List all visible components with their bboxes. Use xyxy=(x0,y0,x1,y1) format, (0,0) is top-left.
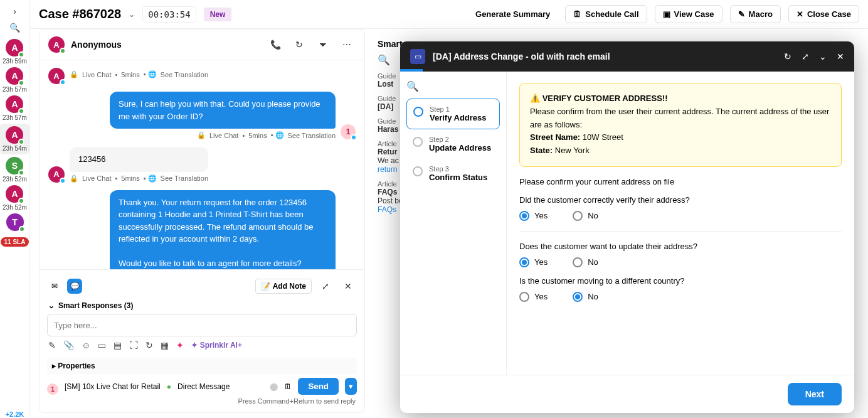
ai-badge-icon[interactable]: ✦ xyxy=(176,340,184,350)
rail-time: 23h 59m xyxy=(3,58,27,65)
refresh-icon[interactable]: ↻ xyxy=(146,340,153,350)
email-channel-tab[interactable]: ✉ xyxy=(47,279,62,294)
step-update-address[interactable]: Step 2Update Address xyxy=(406,129,500,159)
close-composer-icon[interactable]: ✕ xyxy=(339,277,357,295)
modal-title: [DA] Address Change - old with rach emai… xyxy=(433,51,610,62)
rail-item[interactable]: A23h 59m xyxy=(3,39,27,65)
sla-badge: 11 SLA xyxy=(1,237,29,247)
case-timer: 00:03:54 xyxy=(142,6,196,23)
search-icon[interactable]: 🔍 xyxy=(406,80,419,92)
schedule-icon[interactable]: 🗓 xyxy=(284,382,292,391)
expand-icon[interactable]: ⛶ xyxy=(129,340,138,350)
composer: ✉ 💬 📝 Add Note ⤢ ✕ ⌄Smart Responses (3) … xyxy=(40,269,364,412)
message-bubble: Sure, I can help you with that. Could yo… xyxy=(110,92,336,129)
more-icon[interactable]: ⋯ xyxy=(338,36,356,53)
rail-item[interactable]: A23h 57m xyxy=(3,67,27,93)
status-badge: New xyxy=(204,8,232,21)
message-meta: 🔒 Live Chat • 5mins • 🌐 See Translation xyxy=(70,70,356,78)
agent-avatar: 1 xyxy=(341,124,356,139)
refresh-icon[interactable]: ↻ xyxy=(784,51,791,62)
step-verify-address[interactable]: Step 1Verify Address xyxy=(406,99,500,129)
avatar: A xyxy=(6,126,23,144)
agent-avatar: 1 xyxy=(47,383,58,395)
close-case-button[interactable]: ✕Close Case xyxy=(788,5,859,23)
send-options-button[interactable]: ▾ xyxy=(345,378,357,395)
prompt-text: Please confirm your current address on f… xyxy=(519,177,842,186)
rail-item[interactable]: A23h 57m xyxy=(3,95,27,121)
attach-icon[interactable]: 📎 xyxy=(63,340,74,350)
participant-name: Anonymous xyxy=(71,40,122,50)
smart-responses-toggle[interactable]: ⌄Smart Responses (3) xyxy=(47,297,357,314)
message-out: Sure, I can help you with that. Could yo… xyxy=(48,92,356,139)
avatar: A xyxy=(6,67,23,85)
radio-no[interactable]: No xyxy=(573,211,598,221)
emoji-icon[interactable]: ☺ xyxy=(82,340,90,350)
macro-button[interactable]: ✎Macro xyxy=(730,5,781,23)
image-icon[interactable]: ▭ xyxy=(98,340,106,350)
radio-no[interactable]: No xyxy=(573,257,598,267)
close-icon[interactable]: ✕ xyxy=(837,51,844,62)
chat-panel: A Anonymous 📞 ↻ ⏷ ⋯ A 🔒 Live Chat • 5min… xyxy=(39,29,365,413)
search-icon[interactable]: 🔍 xyxy=(378,54,390,66)
rail-item[interactable]: T xyxy=(6,213,24,231)
send-hint: Press Command+Return to send reply xyxy=(47,395,357,407)
send-button[interactable]: Send xyxy=(298,378,339,395)
rail-time: 23h 54m xyxy=(3,145,27,152)
chat-body[interactable]: A 🔒 Live Chat • 5mins • 🌐 See Translatio… xyxy=(40,60,364,269)
expand-rail-icon[interactable]: › xyxy=(13,6,16,16)
avatar: T xyxy=(6,213,24,231)
rail-item[interactable]: A23h 52m xyxy=(3,185,27,211)
search-icon[interactable]: 🔍 xyxy=(9,23,20,33)
chat-channel-tab[interactable]: 💬 xyxy=(67,279,82,294)
add-note-button[interactable]: 📝 Add Note xyxy=(255,279,312,294)
message-in: A 🔒 Live Chat • 5mins • 🌐 See Translatio… xyxy=(48,68,356,84)
see-translation-link[interactable]: See Translation xyxy=(161,174,208,182)
send-row: 1 [SM] 10x Live Chat for Retail ● Direct… xyxy=(47,378,357,395)
see-translation-link[interactable]: See Translation xyxy=(161,71,208,78)
close-icon: ✕ xyxy=(797,9,803,19)
toggle-icon[interactable]: ⬤ xyxy=(270,382,278,391)
refresh-icon[interactable]: ↻ xyxy=(290,36,308,53)
radio-yes[interactable]: Yes xyxy=(519,257,548,267)
radio-yes[interactable]: Yes xyxy=(519,292,548,302)
step-indicator-icon xyxy=(413,107,423,117)
case-dropdown-icon[interactable]: ⌄ xyxy=(129,10,135,19)
format-icon[interactable]: ✎ xyxy=(48,340,56,350)
left-rail: › 🔍 A23h 59m A23h 57m A23h 57m A23h 54m … xyxy=(0,0,30,418)
wand-icon: ✎ xyxy=(738,9,745,19)
see-translation-link[interactable]: See Translation xyxy=(288,132,336,139)
message-bubble: 123456 xyxy=(70,147,208,172)
schedule-call-button[interactable]: 🗓Schedule Call xyxy=(565,5,647,23)
generate-summary-button[interactable]: Generate Summary xyxy=(468,6,558,23)
top-bar: Case #867028 ⌄ 00:03:54 New Generate Sum… xyxy=(30,0,868,29)
view-case-button[interactable]: ▣View Case xyxy=(655,5,722,23)
avatar: A xyxy=(6,185,23,203)
filter-icon[interactable]: ⏷ xyxy=(314,36,332,53)
grid-icon[interactable]: ▦ xyxy=(161,340,169,350)
question-text: Is the customer moving to a different co… xyxy=(519,276,842,286)
warning-icon: ⚠️ xyxy=(530,94,540,103)
minimize-icon[interactable]: ⌄ xyxy=(819,51,827,62)
maximize-icon[interactable]: ⤢ xyxy=(802,51,809,62)
message-input[interactable] xyxy=(47,314,357,336)
step-confirm-status[interactable]: Step 3Confirm Status xyxy=(406,159,500,188)
call-icon[interactable]: 📞 xyxy=(267,36,284,53)
expand-composer-icon[interactable]: ⤢ xyxy=(317,277,334,295)
question-text: Does the customer want to update their a… xyxy=(519,242,842,251)
rail-time: 23h 52m xyxy=(3,204,27,211)
queue-stat[interactable]: +2.2K xyxy=(6,410,24,418)
participant-avatar: A xyxy=(48,36,65,53)
alert-box: ⚠️ VERIFY CUSTOMER ADDRESS!! Please conf… xyxy=(519,83,842,167)
question-text: Did the customer correctly verify their … xyxy=(519,195,842,205)
rail-item[interactable]: S23h 52m xyxy=(3,157,27,183)
properties-toggle[interactable]: ▸ Properties xyxy=(47,358,357,374)
template-icon[interactable]: ▤ xyxy=(114,340,122,350)
next-button[interactable]: Next xyxy=(788,383,842,405)
modal-header: ▭ [DA] Address Change - old with rach em… xyxy=(400,41,854,72)
sprinklr-ai-button[interactable]: ✦ Sprinklr AI+ xyxy=(191,341,242,350)
message-out: Thank you. Your return request for the o… xyxy=(48,190,356,270)
rail-time: 23h 52m xyxy=(3,176,27,183)
radio-no[interactable]: No xyxy=(573,292,598,302)
rail-item[interactable]: A23h 54m xyxy=(0,124,29,154)
radio-yes[interactable]: Yes xyxy=(519,211,548,221)
